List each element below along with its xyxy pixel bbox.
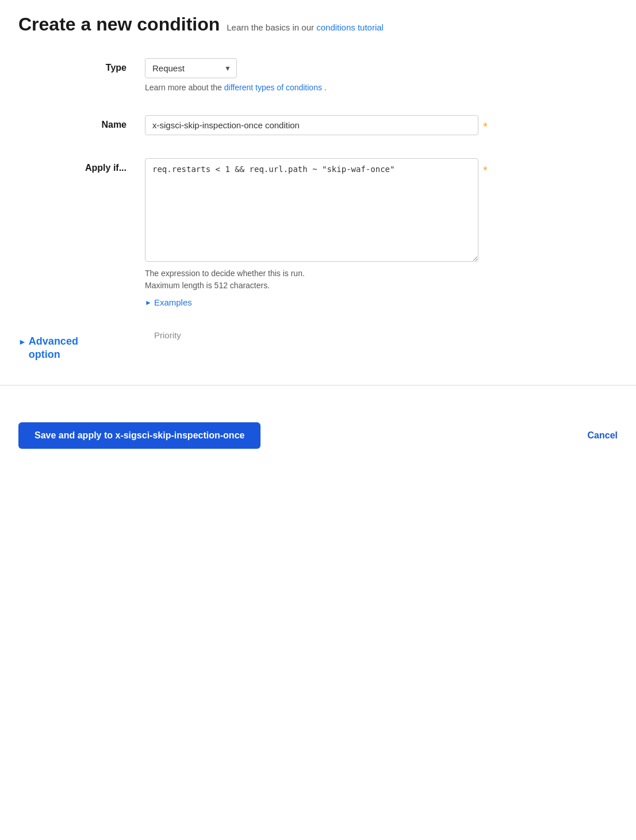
type-select-wrapper: Request Response Error ▼ — [145, 58, 237, 78]
name-row: Name * — [18, 115, 618, 135]
page-title: Create a new condition — [18, 14, 220, 35]
footer: Save and apply to x-sigsci-skip-inspecti… — [0, 408, 636, 463]
advanced-priority: Priority — [145, 330, 181, 341]
name-required-indicator: * — [483, 120, 488, 133]
type-label: Type — [18, 58, 145, 73]
cancel-button[interactable]: Cancel — [588, 422, 618, 449]
examples-label: Examples — [154, 297, 192, 307]
chevron-right-icon: ► — [145, 299, 152, 307]
type-select[interactable]: Request Response Error — [145, 58, 237, 78]
name-label: Name — [18, 115, 145, 130]
page-header: Create a new condition Learn the basics … — [0, 0, 636, 44]
advanced-toggle-text: Advanced option — [29, 335, 78, 362]
apply-if-required-indicator: * — [483, 164, 488, 177]
advanced-label: ► Advanced option — [18, 330, 145, 362]
type-row: Type Request Response Error ▼ Learn more… — [18, 58, 618, 92]
type-field: Request Response Error ▼ Learn more abou… — [145, 58, 501, 92]
apply-if-label: Apply if... — [18, 158, 145, 173]
advanced-chevron-icon: ► — [18, 337, 26, 347]
name-field-wrapper: * — [145, 115, 488, 135]
advanced-option-row: ► Advanced option Priority — [18, 330, 618, 362]
type-help-text: Learn more about the different types of … — [145, 83, 501, 92]
header-subtitle: Learn the basics in our conditions tutor… — [227, 22, 384, 32]
apply-if-wrapper: req.restarts < 1 && req.url.path ~ "skip… — [145, 158, 501, 262]
apply-if-help: The expression to decide whether this is… — [145, 268, 501, 292]
apply-if-field: req.restarts < 1 && req.url.path ~ "skip… — [145, 158, 501, 307]
form-container: Type Request Response Error ▼ Learn more… — [0, 44, 636, 362]
apply-if-input[interactable]: req.restarts < 1 && req.url.path ~ "skip… — [145, 158, 478, 262]
save-button[interactable]: Save and apply to x-sigsci-skip-inspecti… — [18, 422, 260, 449]
footer-divider — [0, 385, 636, 385]
apply-if-row: Apply if... req.restarts < 1 && req.url.… — [18, 158, 618, 307]
name-input[interactable] — [145, 115, 478, 135]
examples-toggle-button[interactable]: ► Examples — [145, 297, 192, 307]
different-types-link[interactable]: different types of conditions — [224, 83, 322, 92]
conditions-tutorial-link[interactable]: conditions tutorial — [316, 22, 384, 32]
advanced-option-toggle[interactable]: ► Advanced option — [18, 335, 78, 362]
priority-label: Priority — [154, 328, 181, 340]
